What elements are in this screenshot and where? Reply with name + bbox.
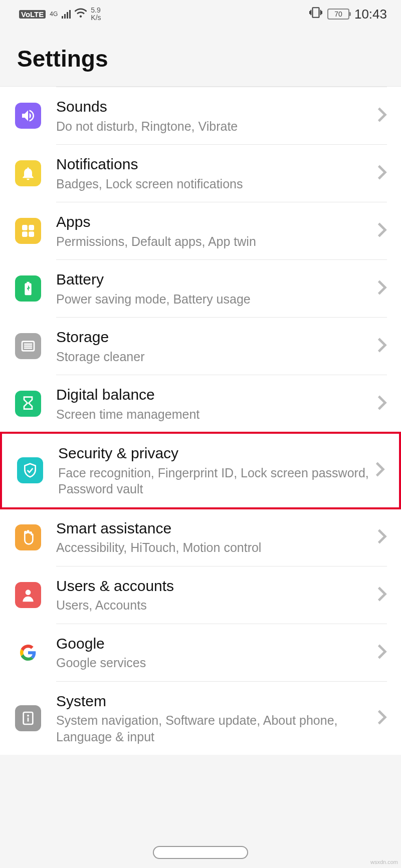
chevron-right-icon xyxy=(377,586,387,604)
signal-icon xyxy=(62,10,71,19)
svg-point-8 xyxy=(26,590,31,595)
item-subtitle: Face recognition, Fingerprint ID, Lock s… xyxy=(58,465,370,497)
item-subtitle: Power saving mode, Battery usage xyxy=(56,291,372,308)
item-subtitle: Accessibility, HiTouch, Motion control xyxy=(56,539,372,556)
item-title: Google xyxy=(56,634,372,653)
network-speed: 5.9K/s xyxy=(91,7,101,22)
chevron-right-icon xyxy=(377,395,387,413)
vibrate-icon xyxy=(309,6,322,22)
item-title: Smart assistance xyxy=(56,519,372,538)
page-title: Settings xyxy=(17,45,387,72)
chevron-right-icon xyxy=(377,222,387,240)
chevron-right-icon xyxy=(377,107,387,125)
item-title: Security & privacy xyxy=(58,444,370,463)
status-left: VoLTE 4G 5.9K/s xyxy=(19,7,101,22)
notifications-icon xyxy=(15,160,41,186)
info-icon xyxy=(15,705,41,731)
watermark: wsxdn.com xyxy=(370,859,398,865)
settings-item-battery[interactable]: Battery Power saving mode, Battery usage xyxy=(0,260,401,317)
item-subtitle: Screen time management xyxy=(56,406,372,423)
item-subtitle: Do not disturb, Ringtone, Vibrate xyxy=(56,118,372,135)
navigation-pill[interactable] xyxy=(153,846,248,859)
item-title: Sounds xyxy=(56,97,372,116)
item-subtitle: Permissions, Default apps, App twin xyxy=(56,233,372,250)
chevron-right-icon xyxy=(375,461,385,479)
svg-point-10 xyxy=(27,714,29,716)
chevron-right-icon xyxy=(377,279,387,298)
settings-list: Sounds Do not disturb, Ringtone, Vibrate… xyxy=(0,86,401,755)
page-header: Settings xyxy=(0,26,401,86)
svg-rect-3 xyxy=(29,231,34,237)
item-subtitle: System navigation, Software update, Abou… xyxy=(56,712,372,745)
settings-item-sounds[interactable]: Sounds Do not disturb, Ringtone, Vibrate xyxy=(0,87,401,144)
settings-item-users-accounts[interactable]: Users & accounts Users, Accounts xyxy=(0,566,401,624)
status-right: 70 10:43 xyxy=(309,6,387,22)
hand-icon xyxy=(15,524,41,550)
status-bar: VoLTE 4G 5.9K/s 70 10:43 xyxy=(0,0,401,26)
item-title: System xyxy=(56,692,372,711)
shield-icon xyxy=(17,457,43,483)
volte-icon: VoLTE xyxy=(19,10,46,19)
svg-rect-2 xyxy=(22,231,28,237)
storage-icon xyxy=(15,333,41,359)
network-type: 4G xyxy=(50,11,58,17)
hourglass-icon xyxy=(15,391,41,417)
settings-item-apps[interactable]: Apps Permissions, Default apps, App twin xyxy=(0,202,401,259)
item-subtitle: Google services xyxy=(56,655,372,671)
chevron-right-icon xyxy=(377,337,387,355)
user-icon xyxy=(15,582,41,608)
chevron-right-icon xyxy=(377,644,387,662)
sounds-icon xyxy=(15,103,41,129)
settings-item-google[interactable]: Google Google services xyxy=(0,624,401,681)
item-subtitle: Storage cleaner xyxy=(56,349,372,365)
battery-icon xyxy=(15,275,41,302)
chevron-right-icon xyxy=(377,164,387,182)
item-subtitle: Users, Accounts xyxy=(56,597,372,614)
clock: 10:43 xyxy=(354,7,387,22)
chevron-right-icon xyxy=(377,709,387,727)
settings-item-system[interactable]: System System navigation, Software updat… xyxy=(0,682,401,755)
item-title: Users & accounts xyxy=(56,576,372,596)
item-title: Apps xyxy=(56,212,372,231)
settings-item-storage[interactable]: Storage Storage cleaner xyxy=(0,318,401,375)
svg-rect-1 xyxy=(29,225,34,230)
settings-item-smart-assistance[interactable]: Smart assistance Accessibility, HiTouch,… xyxy=(0,509,401,566)
google-icon xyxy=(15,640,41,666)
settings-item-digital-balance[interactable]: Digital balance Screen time management xyxy=(0,375,401,432)
apps-icon xyxy=(15,218,41,244)
svg-rect-0 xyxy=(22,225,28,230)
battery-icon: 70 xyxy=(327,9,349,20)
wifi-icon xyxy=(75,8,87,21)
item-title: Battery xyxy=(56,270,372,289)
item-title: Notifications xyxy=(56,155,372,174)
settings-item-security-privacy[interactable]: Security & privacy Face recognition, Fin… xyxy=(0,432,401,509)
settings-item-notifications[interactable]: Notifications Badges, Lock screen notifi… xyxy=(0,145,401,202)
item-subtitle: Badges, Lock screen notifications xyxy=(56,176,372,192)
chevron-right-icon xyxy=(377,528,387,546)
item-title: Digital balance xyxy=(56,385,372,404)
item-title: Storage xyxy=(56,328,372,347)
